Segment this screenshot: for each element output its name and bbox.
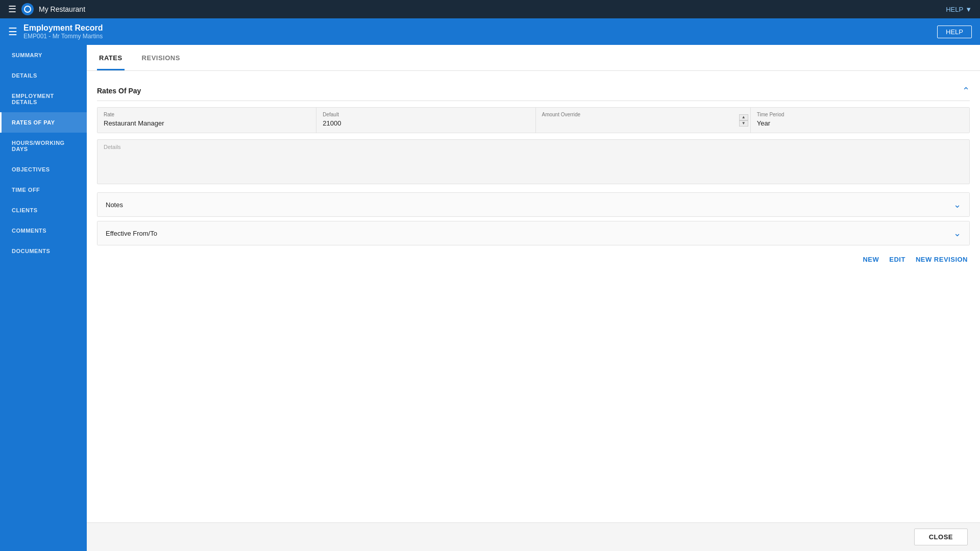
main-layout: SUMMARY DETAILS EMPLOYMENT DETAILS RATES… [0, 45, 980, 551]
amount-override-spinner[interactable]: ▲ ▼ [739, 114, 748, 127]
rates-of-pay-section-header: Rates Of Pay ⌃ [97, 81, 970, 101]
header-sub: EMP001 - Mr Tommy Martins [23, 33, 103, 40]
new-revision-button[interactable]: NEW REVISION [916, 254, 968, 265]
rates-of-pay-title: Rates Of Pay [97, 87, 141, 95]
modal: RATES REVISIONS Rates Of Pay ⌃ [87, 45, 980, 551]
hamburger-icon[interactable]: ☰ [8, 4, 16, 15]
details-textarea[interactable] [104, 152, 963, 178]
sidebar-item-documents[interactable]: DOCUMENTS [0, 241, 87, 261]
header-title: Employment Record [23, 23, 103, 33]
rates-of-pay-chevron-up-icon[interactable]: ⌃ [962, 85, 970, 96]
sidebar-item-hours-working-days[interactable]: HOURS/WORKING DAYS [0, 133, 87, 159]
sidebar-item-objectives[interactable]: OBJECTIVES [0, 159, 87, 180]
new-button[interactable]: NEW [863, 254, 879, 265]
modal-footer: CLOSE [87, 522, 980, 551]
rates-of-pay-section: Rates Of Pay ⌃ Rate Restaurant Manager D… [97, 81, 970, 184]
sec-header-left: ☰ Employment Record EMP001 - Mr Tommy Ma… [8, 23, 103, 40]
sidebar-item-comments[interactable]: COMMENTS [0, 220, 87, 241]
sidebar: SUMMARY DETAILS EMPLOYMENT DETAILS RATES… [0, 45, 87, 551]
top-nav-help-button[interactable]: HELP ▼ [946, 6, 972, 13]
app-logo-inner [24, 6, 31, 13]
modal-body: Rates Of Pay ⌃ Rate Restaurant Manager D… [87, 71, 980, 522]
sidebar-item-details[interactable]: DETAILS [0, 65, 87, 86]
effective-from-to-title: Effective From/To [106, 230, 157, 237]
sidebar-item-time-off[interactable]: TIME OFF [0, 180, 87, 200]
rate-fields-row: Rate Restaurant Manager Default 21000 Am… [97, 107, 970, 133]
effective-chevron-down-icon[interactable]: ⌄ [953, 228, 961, 239]
notes-section-header[interactable]: Notes ⌄ [97, 193, 969, 216]
default-label: Default [323, 112, 529, 117]
spinner-up-icon[interactable]: ▲ [739, 114, 748, 120]
rate-label: Rate [104, 112, 310, 117]
amount-override-input[interactable] [542, 120, 628, 128]
amount-override-label: Amount Override [542, 112, 739, 117]
tab-revisions[interactable]: REVISIONS [140, 45, 182, 70]
sec-header-help-button[interactable]: HELP [937, 26, 972, 38]
chevron-down-icon: ▼ [965, 6, 972, 13]
header-info: Employment Record EMP001 - Mr Tommy Mart… [23, 23, 103, 40]
time-period-field: Time Period Year [751, 108, 969, 133]
secondary-header: ☰ Employment Record EMP001 - Mr Tommy Ma… [0, 18, 980, 45]
time-period-value: Year [757, 119, 963, 127]
default-value: 21000 [323, 119, 529, 127]
edit-button[interactable]: EDIT [889, 254, 905, 265]
app-logo [21, 3, 34, 15]
close-button[interactable]: CLOSE [914, 529, 968, 545]
menu-icon[interactable]: ☰ [8, 26, 17, 38]
top-nav-left: ☰ My Restaurant [8, 3, 85, 15]
details-label: Details [104, 144, 963, 150]
details-area: Details [97, 139, 970, 184]
sidebar-item-employment-details[interactable]: EMPLOYMENT DETAILS [0, 86, 87, 112]
app-title: My Restaurant [39, 5, 85, 13]
rate-field: Rate Restaurant Manager [97, 108, 316, 133]
effective-from-to-section: Effective From/To ⌄ [97, 221, 970, 245]
notes-title: Notes [106, 201, 123, 209]
notes-chevron-down-icon[interactable]: ⌄ [953, 199, 961, 210]
spinner-down-icon[interactable]: ▼ [739, 120, 748, 127]
default-field: Default 21000 [316, 108, 535, 133]
action-buttons: NEW EDIT NEW REVISION [97, 254, 970, 265]
time-period-label: Time Period [757, 112, 963, 117]
sidebar-item-summary[interactable]: SUMMARY [0, 45, 87, 65]
sidebar-item-clients[interactable]: CLIENTS [0, 200, 87, 220]
notes-section: Notes ⌄ [97, 192, 970, 217]
effective-from-to-header[interactable]: Effective From/To ⌄ [97, 221, 969, 245]
tabs-bar: RATES REVISIONS [87, 45, 980, 71]
tab-rates[interactable]: RATES [97, 45, 125, 70]
top-nav: ☰ My Restaurant HELP ▼ [0, 0, 980, 18]
rate-value: Restaurant Manager [104, 119, 310, 127]
sidebar-item-rates-of-pay[interactable]: RATES OF PAY [0, 112, 87, 133]
amount-override-field: Amount Override ▲ ▼ [536, 108, 751, 133]
content-area: RATES REVISIONS Rates Of Pay ⌃ [87, 45, 980, 551]
